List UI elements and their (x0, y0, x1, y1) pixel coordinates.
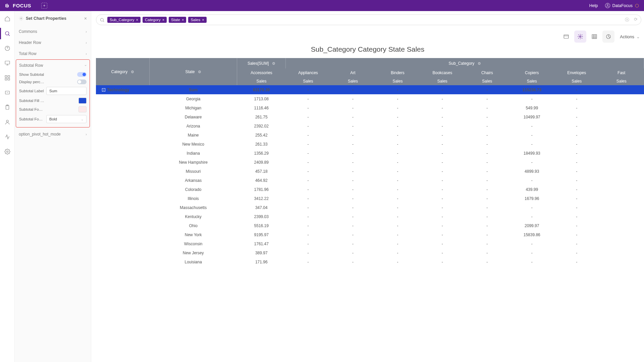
table-row[interactable]: Arizona2392.02------- (96, 121, 644, 131)
table-row[interactable]: Kentucky2399.03------- (96, 212, 644, 221)
input-subtotal-label[interactable] (46, 87, 87, 95)
select-font-weight[interactable]: Bold⌄ (46, 115, 87, 123)
remove-tag-button[interactable]: × (182, 18, 184, 22)
value-cell: - (420, 140, 465, 149)
swatch-font-color[interactable] (78, 106, 87, 112)
state-cell: Michigan (150, 103, 237, 112)
field-subtotal-fill-color: Subtotal Fill C... (16, 96, 90, 105)
collapse-icon[interactable] (102, 88, 105, 92)
header-subcategory[interactable]: Art (330, 68, 375, 77)
user-menu[interactable]: DataFocus (605, 3, 639, 8)
gear-icon (19, 16, 23, 21)
table-row[interactable]: Indiana1356.29-----18499.93- (96, 149, 644, 158)
nav-clipboard[interactable] (4, 104, 11, 111)
nav-activity[interactable] (4, 133, 11, 141)
section-header-row[interactable]: Header Row› (15, 37, 91, 48)
remove-tag-button[interactable]: × (202, 18, 204, 22)
search-tag[interactable]: Category× (143, 17, 167, 23)
section-subtotal-row-header[interactable]: Subtotal Row› (16, 60, 90, 71)
clear-search-button[interactable]: ⓧ (625, 17, 629, 23)
table-row[interactable]: Georgia1713.08------- (96, 94, 644, 103)
toggle-display-percent[interactable] (77, 80, 87, 84)
nav-present[interactable] (4, 59, 11, 67)
table-row[interactable]: New Hampshire2409.89------- (96, 158, 644, 167)
new-tab-button[interactable]: + (41, 3, 47, 9)
table-row[interactable]: Colorado1781.96-----439.99- (96, 185, 644, 194)
nav-user[interactable] (4, 118, 11, 126)
nav-settings[interactable] (4, 148, 11, 155)
search-tag[interactable]: State× (169, 17, 186, 23)
header-subcategory[interactable]: Appliances (286, 68, 330, 77)
table-row[interactable]: Louisiana171.96------- (96, 257, 644, 266)
search-bar[interactable]: Sub_Category×Category×State×Sales× ⓧ ⟳ (96, 14, 641, 25)
table-row[interactable]: New Mexico261.33------- (96, 140, 644, 149)
section-commons[interactable]: Commons› (15, 26, 91, 37)
table-row[interactable]: Delaware261.75-----10499.97- (96, 112, 644, 121)
value-cell: - (330, 112, 375, 121)
header-subcategory[interactable]: Copiers (509, 68, 554, 77)
value-cell: - (375, 248, 420, 257)
header-sales-label: Sales (330, 77, 375, 85)
value-cell (599, 167, 644, 176)
tool-chart-type[interactable] (602, 31, 614, 43)
value-cell (599, 239, 644, 248)
table-row[interactable]: Michigan1116.46-----549.99- (96, 103, 644, 112)
gear-icon[interactable]: ⚙ (198, 70, 201, 74)
header-subcategory[interactable]: Accessories (237, 68, 286, 77)
value-cell: - (509, 248, 554, 257)
value-cell: - (554, 221, 599, 230)
search-tag[interactable]: Sales× (188, 17, 206, 23)
help-link[interactable]: Help (589, 3, 598, 8)
tool-table[interactable] (588, 31, 600, 43)
swatch-fill-color[interactable] (78, 98, 87, 104)
header-sales-label: Sales (509, 77, 554, 85)
nav-search[interactable] (4, 30, 11, 37)
value-cell: - (286, 94, 330, 103)
header-subcategory[interactable]: Bookcases (420, 68, 465, 77)
value-cell: 255.42 (237, 131, 286, 140)
value-cell: - (420, 203, 465, 212)
tool-switch-view[interactable] (560, 31, 572, 43)
subtotal-row[interactable]: TechnologySum83170.39-----115238.73- (96, 85, 644, 94)
header-category[interactable]: Category ⚙ (96, 58, 150, 85)
pivot-table-wrap[interactable]: Category ⚙ State ⚙ Sales[SUM] ⚙ Sub_Cate… (96, 58, 644, 362)
value-cell: - (330, 94, 375, 103)
table-row[interactable]: New Jersey389.97------- (96, 248, 644, 257)
actions-menu[interactable]: Actions⌄ (620, 34, 640, 39)
tool-settings[interactable] (574, 31, 586, 43)
search-tag[interactable]: Sub_Category× (107, 17, 141, 23)
gear-icon[interactable]: ⚙ (478, 61, 481, 65)
table-row[interactable]: Maine255.42------- (96, 131, 644, 140)
gear-icon[interactable]: ⚙ (131, 70, 134, 74)
close-properties-button[interactable]: × (84, 16, 87, 21)
table-row[interactable]: Massachusetts347.04------- (96, 203, 644, 212)
nav-drawer[interactable] (4, 89, 11, 96)
toggle-show-subtotal[interactable] (77, 72, 87, 77)
svg-point-4 (607, 4, 608, 5)
section-total-row[interactable]: Total Row› (15, 48, 91, 59)
header-subcategory[interactable]: Chairs (465, 68, 509, 77)
table-row[interactable]: Illinois3412.22-----1679.96- (96, 194, 644, 203)
pivot-table: Category ⚙ State ⚙ Sales[SUM] ⚙ Sub_Cate… (96, 58, 644, 266)
nav-home[interactable] (4, 15, 11, 22)
table-row[interactable]: Missouri457.18-----4899.93- (96, 167, 644, 176)
section-pivot-hot-mode[interactable]: option_pivot_hot_mode› (15, 128, 91, 140)
header-state[interactable]: State ⚙ (150, 58, 237, 85)
value-cell: - (554, 203, 599, 212)
remove-tag-button[interactable]: × (162, 18, 164, 22)
header-subcategory[interactable]: Binders (375, 68, 420, 77)
header-subcategory[interactable]: Envelopes (554, 68, 599, 77)
table-row[interactable]: Ohio5516.19-----2099.97- (96, 221, 644, 230)
table-row[interactable]: Wisconsin1761.47------- (96, 239, 644, 248)
table-row[interactable]: New York9195.97-----15839.86- (96, 230, 644, 239)
refresh-search-button[interactable]: ⟳ (634, 17, 638, 23)
nav-grid[interactable] (4, 74, 11, 82)
nav-question[interactable] (4, 45, 11, 52)
gear-icon[interactable]: ⚙ (272, 61, 275, 65)
table-row[interactable]: Arkansas464.92------- (96, 176, 644, 185)
remove-tag-button[interactable]: × (136, 18, 138, 22)
value-cell: - (554, 140, 599, 149)
header-subcategory[interactable]: Fast (599, 68, 644, 77)
value-cell: - (330, 248, 375, 257)
value-cell: - (465, 140, 509, 149)
